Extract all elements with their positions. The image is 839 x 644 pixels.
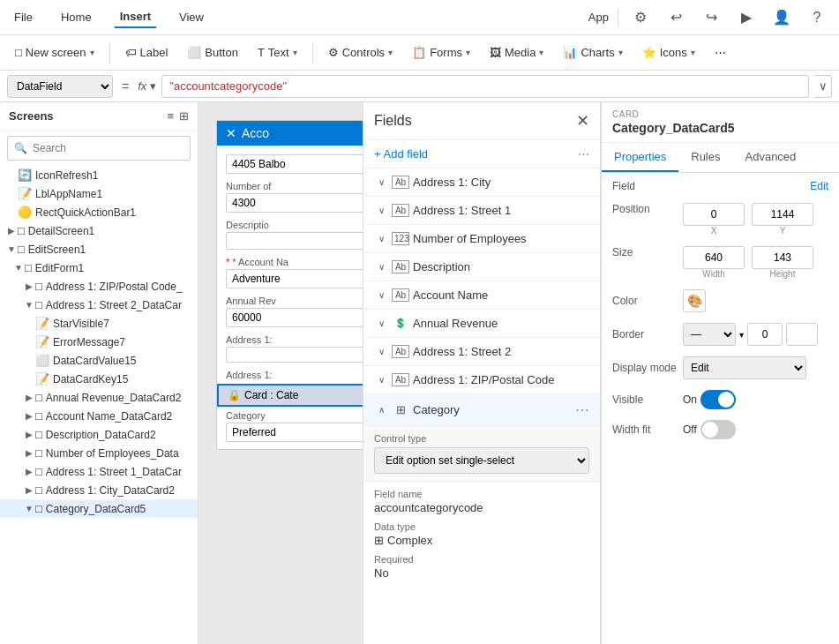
sidebar-item-lblAppName1[interactable]: 📝 LblAppName1 (0, 184, 198, 203)
prop-height-input[interactable] (752, 246, 813, 269)
prop-y-input[interactable] (752, 203, 813, 226)
sidebar-item-address1City[interactable]: ▶ □ Address 1: City_DataCard2 (0, 481, 198, 499)
canvas-area: ✕ Acco 4405 Balbo Number of 4300 Descrip… (199, 102, 363, 644)
sidebar-item-detailScreen1[interactable]: ▶ □ DetailScreen1 (0, 221, 198, 240)
forms-button[interactable]: 📋 Forms ▾ (404, 41, 478, 64)
controls-button[interactable]: ⚙ Controls ▾ (320, 41, 401, 64)
field-item-numEmployees[interactable]: ∨ 123 Number of Employees (363, 225, 600, 253)
prop-visible-toggle[interactable] (700, 390, 736, 409)
media-button[interactable]: 🖼 Media ▾ (482, 41, 551, 64)
field-item-address1street2[interactable]: ∨ Ab Address 1: Street 2 (363, 338, 600, 366)
prop-border-width-input[interactable] (747, 323, 783, 346)
control-type-select[interactable]: Edit option set single-select (374, 447, 589, 474)
new-screen-button[interactable]: □ New screen ▾ (7, 41, 102, 64)
sidebar-item-numEmployees[interactable]: ▶ □ Number of Employees_Data (0, 444, 198, 462)
sidebar-item-iconRefresh1[interactable]: 🔄 IconRefresh1 (0, 166, 198, 184)
menu-file[interactable]: File (9, 7, 38, 27)
prop-border-style-select[interactable]: — (683, 323, 736, 346)
sidebar-item-categoryDataCard5[interactable]: ▼ □ Category_DataCard5 (0, 499, 198, 518)
field-item-description[interactable]: ∨ Ab Description (363, 253, 600, 281)
sidebar-grid-icon[interactable]: ⊞ (179, 109, 189, 123)
canvas-annualRevenue-field: Annual Rev 60000 (217, 292, 363, 331)
canvas-close-icon[interactable]: ✕ (226, 126, 236, 140)
sidebar-item-editForm1[interactable]: ▼ □ EditForm1 (0, 258, 198, 277)
field-item-category[interactable]: ∧ ⊞ Category ⋯ (363, 394, 600, 426)
debug-icon[interactable]: ⚙ (627, 4, 654, 31)
numEmployees-icon: □ (35, 446, 42, 460)
annualRevenue-label: Annual Revenue_DataCard2 (46, 392, 181, 404)
canvas-description-value[interactable] (226, 232, 363, 250)
sidebar-item-address1Zip[interactable]: ▶ □ Address 1: ZIP/Postal Code_ (0, 277, 198, 296)
starVisible7-icon: 📝 (35, 317, 49, 330)
sidebar-list-icon[interactable]: ≡ (167, 109, 174, 123)
category-info: Field name accountcategorycode Data type… (363, 482, 600, 594)
sidebar-header: Screens ≡ ⊞ (0, 102, 198, 131)
formula-field-select[interactable]: DataField (7, 75, 113, 98)
sidebar-item-description[interactable]: ▶ □ Description_DataCard2 (0, 425, 198, 444)
canvas-preferred-value[interactable]: Preferred (226, 423, 363, 442)
fields-add-button[interactable]: + Add field ⋯ (363, 140, 600, 168)
prop-width-fit-toggle[interactable] (700, 420, 736, 439)
sidebar-item-dataCardKey15[interactable]: 📝 DataCardKey15 (0, 370, 198, 388)
prop-display-mode-select[interactable]: Edit (683, 356, 806, 379)
text-button[interactable]: T Text ▾ (250, 41, 305, 64)
button-button[interactable]: ⬜ Button (179, 41, 246, 64)
icons-label: Icons (660, 46, 687, 59)
icons-button[interactable]: ⭐ Icons ▾ (634, 41, 703, 64)
media-icon: 🖼 (490, 46, 501, 59)
tab-properties[interactable]: Properties (602, 143, 678, 172)
prop-field-edit[interactable]: Edit (810, 180, 828, 192)
sidebar-item-errorMessage7[interactable]: 📝 ErrorMessage7 (0, 333, 198, 351)
editForm1-toggle: ▼ (12, 263, 25, 273)
field-item-address1city[interactable]: ∨ Ab Address 1: City (363, 168, 600, 197)
redo-icon[interactable]: ↪ (698, 4, 724, 31)
user-icon[interactable]: 👤 (768, 4, 795, 31)
sidebar-item-annualRevenue[interactable]: ▶ □ Annual Revenue_DataCard2 (0, 388, 198, 407)
undo-icon[interactable]: ↩ (663, 4, 689, 31)
play-icon[interactable]: ▶ (733, 4, 760, 31)
field-item-address1zip[interactable]: ∨ Ab Address 1: ZIP/Postal Code (363, 366, 600, 394)
field-item-address1street1[interactable]: ∨ Ab Address 1: Street 1 (363, 197, 600, 225)
canvas-numEmployees-value[interactable]: 4300 (226, 193, 363, 213)
sidebar-item-accountName[interactable]: ▶ □ Account Name_DataCard2 (0, 407, 198, 425)
charts-button[interactable]: 📊 Charts ▾ (555, 41, 630, 64)
canvas-annualRevenue-value[interactable]: 60000 (226, 308, 363, 327)
prop-width-input[interactable] (683, 246, 745, 269)
sidebar-item-rectQuickActionBar1[interactable]: 🟡 RectQuickActionBar1 (0, 203, 198, 221)
prop-height-col: Height (752, 246, 813, 279)
sidebar-item-address1Street2[interactable]: ▼ □ Address 1: Street 2_DataCar (0, 296, 198, 314)
formula-input[interactable] (161, 75, 809, 98)
fields-header: Fields ✕ (363, 102, 600, 140)
sidebar-item-starVisible7[interactable]: 📝 StarVisible7 (0, 314, 198, 333)
tab-advanced[interactable]: Advanced (733, 143, 809, 172)
menu-view[interactable]: View (174, 7, 209, 27)
more-button[interactable]: ⋯ (707, 41, 734, 64)
field-item-accountName[interactable]: ∨ Ab Account Name (363, 281, 600, 310)
category-more-icon[interactable]: ⋯ (575, 401, 589, 418)
address1Street2-toggle: ▼ (23, 300, 35, 310)
prop-color-picker[interactable]: 🎨 (683, 289, 706, 312)
canvas-address1-value[interactable] (226, 347, 363, 363)
menu-insert[interactable]: Insert (115, 6, 156, 28)
address1City-icon: □ (35, 483, 42, 497)
tab-rules[interactable]: Rules (678, 143, 732, 172)
data-type-icon: ⊞ (374, 534, 384, 547)
label-button[interactable]: 🏷 Label (117, 41, 176, 64)
prop-width-label: Width (683, 269, 745, 279)
canvas-accountName-value[interactable]: Adventure (226, 269, 363, 288)
prop-border-color-picker[interactable] (786, 323, 818, 346)
formula-expand-icon[interactable]: ∨ (814, 75, 832, 98)
prop-x-input[interactable] (683, 203, 745, 226)
forms-icon: 📋 (412, 46, 426, 59)
sidebar-item-editScreen1[interactable]: ▼ □ EditScreen1 (0, 240, 198, 258)
annualRevenue-field-name: Annual Revenue (413, 317, 589, 330)
search-input[interactable] (7, 136, 191, 161)
fields-close-button[interactable]: ✕ (576, 111, 589, 131)
help-icon[interactable]: ? (804, 4, 830, 31)
sidebar-item-dataCardValue15[interactable]: ⬜ DataCardValue15 (0, 351, 198, 370)
sidebar-item-address1Street1[interactable]: ▶ □ Address 1: Street 1_DataCar (0, 462, 198, 481)
menu-home[interactable]: Home (56, 7, 97, 27)
address1Street2-icon: □ (35, 298, 42, 311)
fields-add-more-icon[interactable]: ⋯ (578, 147, 589, 161)
field-item-annualRevenue[interactable]: ∨ 💲 Annual Revenue (363, 310, 600, 338)
